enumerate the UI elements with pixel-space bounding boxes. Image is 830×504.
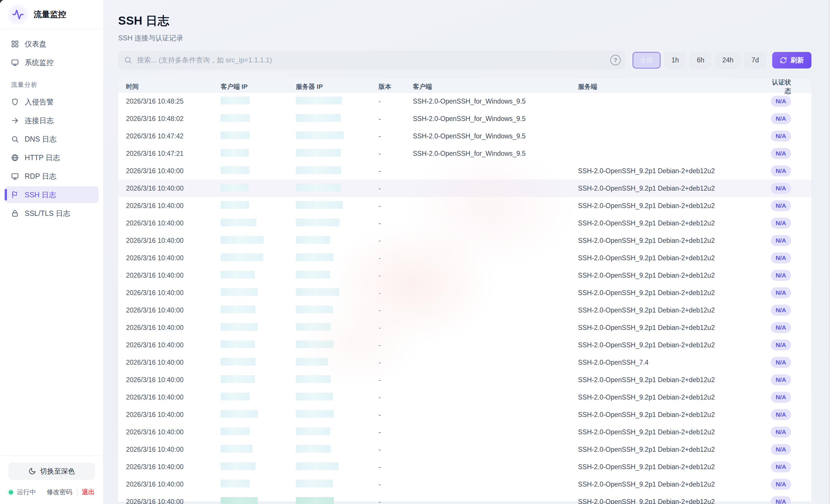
window-edge (829, 0, 829, 504)
cell-auth-status: N/A (771, 374, 791, 385)
table-row[interactable]: 2026/3/16 10:40:00 - SSH-2.0-OpenSSH_9.2… (118, 423, 811, 441)
table-row[interactable]: 2026/3/16 10:40:00 - SSH-2.0-OpenSSH_9.2… (118, 267, 811, 284)
sidebar-item-dashboard[interactable]: 仪表盘 (5, 35, 99, 52)
cell-server: SSH-2.0-OpenSSH_9.2p1 Debian-2+deb12u2 (578, 184, 770, 192)
table-row[interactable]: 2026/3/16 10:40:00 - SSH-2.0-OpenSSH_9.2… (118, 179, 811, 197)
cell-server-ip (296, 427, 379, 437)
sidebar-item-label: 连接日志 (25, 116, 54, 125)
change-password-link[interactable]: 修改密码 (47, 488, 72, 497)
app-logo (7, 4, 28, 25)
table-row[interactable]: 2026/3/16 10:40:00 - SSH-2.0-OpenSSH_7.4… (118, 354, 811, 371)
sidebar-item-system-monitor[interactable]: 系统监控 (5, 54, 99, 71)
status-dot (9, 490, 13, 495)
redacted-client-ip (221, 410, 258, 418)
sidebar-item-ssh-logs[interactable]: SSH 日志 (5, 186, 99, 203)
table-row[interactable]: 2026/3/16 10:40:00 - SSH-2.0-OpenSSH_9.2… (118, 389, 811, 406)
cell-client-ip (221, 497, 296, 504)
cell-version: - (379, 324, 413, 332)
redacted-client-ip (221, 497, 258, 504)
filter-button-7d[interactable]: 7d (744, 52, 766, 68)
refresh-icon (780, 57, 787, 64)
redacted-client-ip (221, 114, 250, 122)
cell-server-ip (296, 114, 379, 124)
table-row[interactable]: 2026/3/16 10:40:00 - SSH-2.0-OpenSSH_9.2… (118, 301, 811, 319)
table-row[interactable]: 2026/3/16 10:40:00 - SSH-2.0-OpenSSH_9.2… (118, 476, 811, 493)
table-row[interactable]: 2026/3/16 10:47:42 - SSH-2.0-OpenSSH_for… (118, 127, 811, 145)
col-version: 版本 (379, 82, 413, 91)
table-row[interactable]: 2026/3/16 10:40:00 - SSH-2.0-OpenSSH_9.2… (118, 249, 811, 267)
cell-auth-status: N/A (771, 131, 791, 142)
table-row[interactable]: 2026/3/16 10:47:21 - SSH-2.0-OpenSSH_for… (118, 145, 811, 162)
filter-button-1h[interactable]: 1h (665, 52, 686, 68)
table-row[interactable]: 2026/3/16 10:40:00 - SSH-2.0-OpenSSH_9.2… (118, 406, 811, 423)
table-row[interactable]: 2026/3/16 10:40:00 - SSH-2.0-OpenSSH_9.2… (118, 232, 811, 249)
sidebar-item-rdp-logs[interactable]: RDP 日志 (5, 168, 99, 184)
sidebar-item-ssl-tls-logs[interactable]: SSL/TLS 日志 (5, 205, 99, 222)
sidebar-section-label: 流量分析 (5, 81, 99, 89)
table-row[interactable]: 2026/3/16 10:40:00 - SSH-2.0-OpenSSH_9.2… (118, 162, 811, 179)
monitor-icon (11, 59, 19, 66)
cell-server-ip (296, 253, 379, 263)
redacted-client-ip (221, 480, 250, 488)
table-row[interactable]: 2026/3/16 10:48:02 - SSH-2.0-OpenSSH_for… (118, 110, 811, 127)
sidebar-item-http-logs[interactable]: HTTP 日志 (5, 149, 99, 166)
cell-server: SSH-2.0-OpenSSH_9.2p1 Debian-2+deb12u2 (578, 254, 770, 262)
cell-time: 2026/3/16 10:40:00 (126, 306, 221, 314)
refresh-button[interactable]: 刷新 (772, 52, 811, 68)
cell-server: SSH-2.0-OpenSSH_9.2p1 Debian-2+deb12u2 (578, 411, 770, 419)
cell-client-ip (221, 410, 296, 419)
cell-version: - (379, 289, 413, 297)
filter-button-24h[interactable]: 24h (715, 52, 740, 68)
logout-link[interactable]: 退出 (82, 488, 95, 497)
cell-server: SSH-2.0-OpenSSH_9.2p1 Debian-2+deb12u2 (578, 272, 770, 279)
redacted-client-ip (221, 306, 255, 313)
redacted-client-ip (221, 97, 250, 104)
table-row[interactable]: 2026/3/16 10:40:00 - SSH-2.0-OpenSSH_9.2… (118, 458, 811, 476)
auth-status-badge: N/A (771, 305, 791, 316)
sidebar-item-label: 仪表盘 (25, 39, 46, 49)
col-auth-status: 认证状态 (770, 78, 791, 96)
cell-auth-status: N/A (771, 165, 791, 176)
auth-status-badge: N/A (771, 96, 791, 107)
table-row[interactable]: 2026/3/16 10:48:25 - SSH-2.0-OpenSSH_for… (118, 93, 811, 110)
lock-icon (11, 209, 19, 217)
cell-auth-status: N/A (771, 427, 791, 438)
cell-client-ip (221, 219, 296, 228)
cell-auth-status: N/A (771, 183, 791, 194)
search-input[interactable] (118, 51, 625, 69)
table-row[interactable]: 2026/3/16 10:40:00 - SSH-2.0-OpenSSH_9.2… (118, 336, 811, 354)
table-row[interactable]: 2026/3/16 10:40:00 - SSH-2.0-OpenSSH_9.2… (118, 371, 811, 389)
sidebar-item-label: 入侵告警 (25, 97, 54, 107)
sidebar-item-intrusion-alerts[interactable]: 入侵告警 (5, 94, 99, 110)
cell-auth-status: N/A (771, 253, 791, 264)
cell-server-ip (296, 340, 379, 350)
filter-button-6h[interactable]: 6h (690, 52, 711, 68)
auth-status-badge: N/A (771, 496, 791, 504)
redacted-client-ip (221, 271, 255, 278)
cell-server: SSH-2.0-OpenSSH_9.2p1 Debian-2+deb12u2 (578, 463, 770, 471)
sidebar-item-connection-logs[interactable]: 连接日志 (5, 112, 99, 129)
status-label: 运行中 (17, 488, 36, 497)
table-row[interactable]: 2026/3/16 10:40:00 - SSH-2.0-OpenSSH_9.2… (118, 197, 811, 214)
table-row[interactable]: 2026/3/16 10:40:00 - SSH-2.0-OpenSSH_9.2… (118, 441, 811, 458)
cell-auth-status: N/A (771, 113, 791, 124)
redacted-client-ip (221, 462, 255, 470)
theme-toggle-button[interactable]: 切换至深色 (9, 463, 95, 480)
table-row[interactable]: 2026/3/16 10:40:00 - SSH-2.0-OpenSSH_9.2… (118, 319, 811, 336)
cell-time: 2026/3/16 10:40:00 (126, 446, 221, 453)
redacted-server-ip (296, 166, 341, 174)
table-row[interactable]: 2026/3/16 10:40:00 - SSH-2.0-OpenSSH_9.2… (118, 214, 811, 232)
cell-version: - (379, 394, 413, 401)
cell-version: - (379, 446, 413, 453)
filter-button-all[interactable]: 全部 (633, 52, 661, 68)
help-icon[interactable]: ? (610, 55, 621, 65)
redacted-server-ip (296, 323, 331, 331)
table-row[interactable]: 2026/3/16 10:40:00 - SSH-2.0-OpenSSH_9.2… (118, 284, 811, 301)
cell-auth-status: N/A (771, 339, 791, 350)
cell-version: - (379, 498, 413, 504)
sidebar-item-dns-logs[interactable]: DNS 日志 (5, 131, 99, 147)
table-header-row: 时间 客户端 IP 服务器 IP 版本 客户端 服务端 认证状态 (118, 78, 811, 93)
cell-auth-status: N/A (771, 322, 791, 333)
auth-status-badge: N/A (771, 270, 791, 281)
table-row[interactable]: 2026/3/16 10:40:00 - SSH-2.0-OpenSSH_9.2… (118, 493, 811, 504)
